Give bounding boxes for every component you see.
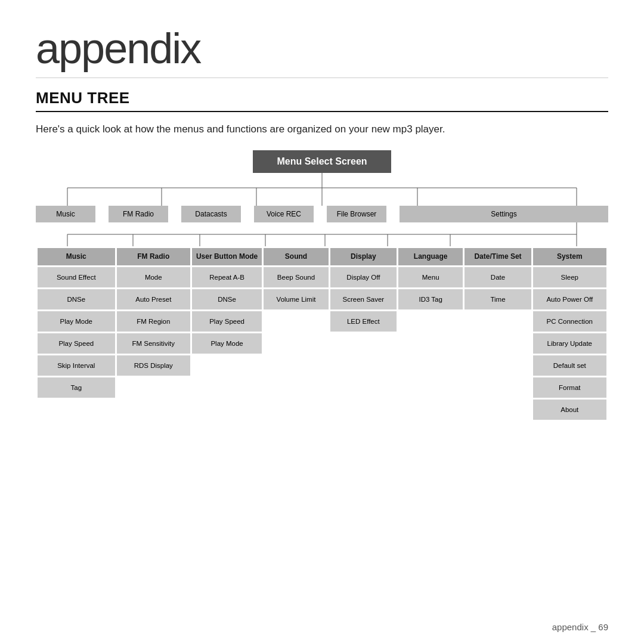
ub-r5 [192,355,262,376]
fmradio-r6 [117,377,190,398]
lang-r5 [398,355,463,376]
fmradio-r1: Mode [117,267,190,287]
dt-r2: Time [465,289,531,309]
music-r1: Sound Effect [38,267,115,287]
music-r3: Play Mode [38,311,115,332]
l1-fmradio: FM Radio [109,206,168,222]
l1-filebrowser: File Browser [327,206,386,222]
display-r1: Display Off [330,267,397,287]
lang-r6 [398,377,463,398]
footer-text: appendix _ 69 [552,622,608,632]
sys-r5: Default set [533,355,606,376]
page-title: appendix [36,24,608,78]
sys-about: About [533,400,606,420]
dt-r4 [465,333,531,354]
display-r3: LED Effect [330,311,397,332]
col-header-sound: Sound [264,248,329,266]
col-header-datetime: Date/Time Set [465,248,531,266]
fmradio-r2: Auto Preset [117,289,190,309]
lang-r1: Menu [398,267,463,287]
display-r2: Screen Saver [330,289,397,309]
ub-r1: Repeat A-B [192,267,262,287]
dt-r3 [465,311,531,332]
ub-r2: DNSe [192,289,262,309]
music-r5: Skip Interval [38,355,115,376]
col-header-system: System [533,248,606,266]
ub-r4: Play Mode [192,333,262,354]
dt-r7 [465,400,531,420]
sys-r2: Auto Power Off [533,289,606,309]
col-header-userbutton: User Button Mode [192,248,262,266]
display-r6 [330,377,397,398]
l1-voicerec: Voice REC [254,206,314,222]
sound-r2: Volume Limit [264,289,329,309]
ub-r6 [192,377,262,398]
fmradio-r7 [117,400,190,420]
sys-r4: Library Update [533,333,606,354]
sys-r3: PC Connection [533,311,606,332]
l1-settings: Settings [400,206,608,222]
sound-r7 [264,400,329,420]
sys-r6: Format [533,377,606,398]
dt-r1: Date [465,267,531,287]
description: Here's a quick look at how the menus and… [36,122,608,137]
ub-r7 [192,400,262,420]
dt-r6 [465,377,531,398]
lang-r2: ID3 Tag [398,289,463,309]
fmradio-r5: RDS Display [117,355,190,376]
l1-music: Music [36,206,95,222]
display-r5 [330,355,397,376]
col-header-music: Music [38,248,115,266]
ub-r3: Play Speed [192,311,262,332]
sound-r1: Beep Sound [264,267,329,287]
l1-datacasts: Datacasts [181,206,241,222]
fmradio-r4: FM Sensitivity [117,333,190,354]
sound-r3 [264,311,329,332]
display-r4 [330,333,397,354]
sys-r1: Sleep [533,267,606,287]
col-header-fmradio: FM Radio [117,248,190,266]
sound-r6 [264,377,329,398]
fmradio-r3: FM Region [117,311,190,332]
music-r7 [38,400,115,420]
sound-r5 [264,355,329,376]
music-r6: Tag [38,377,115,398]
col-header-language: Language [398,248,463,266]
dt-r5 [465,355,531,376]
lang-r3 [398,311,463,332]
music-r2: DNSe [38,289,115,309]
section-title: MENU TREE [36,89,608,112]
music-r4: Play Speed [38,333,115,354]
root-node: Menu Select Screen [253,150,391,173]
col-header-display: Display [330,248,397,266]
sound-r4 [264,333,329,354]
display-r7 [330,400,397,420]
lang-r4 [398,333,463,354]
lang-r7 [398,400,463,420]
